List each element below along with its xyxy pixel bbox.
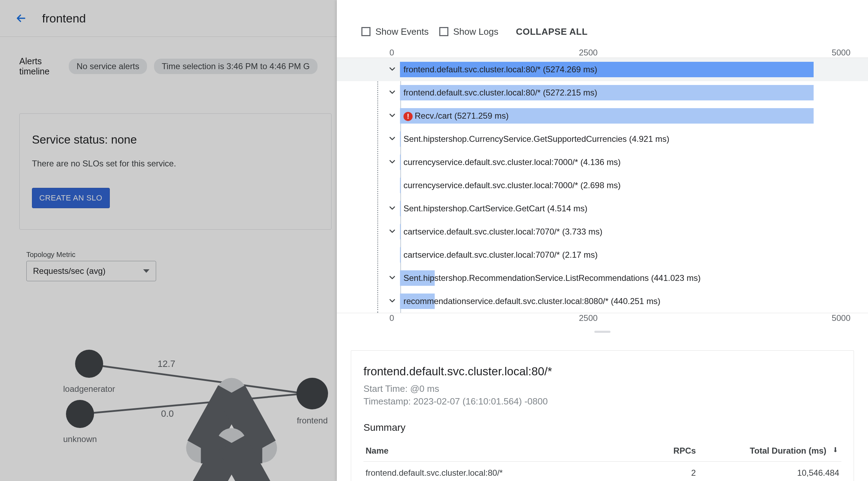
topology-edge-label: 12.7	[156, 358, 177, 369]
chevron-down-icon[interactable]	[388, 273, 397, 283]
trace-drawer: Show Events Show Logs COLLAPSE ALL 0 250…	[337, 0, 868, 481]
service-node-icon	[75, 350, 103, 378]
collapse-all-button[interactable]: COLLAPSE ALL	[516, 26, 587, 37]
chevron-down-icon[interactable]	[388, 227, 397, 237]
topology-node-label: unknown	[63, 434, 97, 444]
drag-handle[interactable]	[337, 327, 868, 336]
table-row[interactable]: frontend.default.svc.cluster.local:80/*2…	[363, 461, 841, 481]
service-status-body: There are no SLOs set for this service.	[32, 159, 319, 169]
col-duration-label: Total Duration (ms)	[750, 446, 826, 455]
svg-point-3	[186, 433, 216, 463]
trace-span-row[interactable]: cartservice.default.svc.cluster.local:70…	[337, 220, 868, 243]
chevron-down-icon	[143, 269, 149, 273]
checkbox-icon	[439, 27, 448, 36]
svg-point-2	[217, 378, 246, 408]
col-duration[interactable]: Total Duration (ms)	[698, 440, 841, 462]
axis-tick: 5000	[768, 48, 850, 58]
chevron-down-icon[interactable]	[388, 204, 397, 214]
span-label: cartservice.default.svc.cluster.local:70…	[403, 227, 602, 237]
cell-duration: 10,546.484	[698, 461, 841, 481]
span-label: Sent.hipstershop.CartService.GetCart (4.…	[403, 204, 587, 213]
span-bar	[400, 224, 401, 239]
axis-tick: 0	[389, 313, 579, 323]
axis-tick: 0	[389, 48, 579, 58]
error-badge-icon: !	[403, 112, 413, 121]
trace-span-row[interactable]: frontend.default.svc.cluster.local:80/* …	[337, 58, 868, 81]
service-node-icon	[296, 378, 328, 409]
trace-span-row[interactable]: recommendationservice.default.svc.cluste…	[337, 290, 868, 313]
trace-span-row[interactable]: !Recv./cart (5271.259 ms)	[337, 104, 868, 127]
svg-line-11	[201, 443, 232, 481]
svg-line-0	[93, 365, 305, 394]
topology-node-label: frontend	[297, 416, 328, 426]
span-label: Sent.hipstershop.CurrencyService.GetSupp…	[403, 134, 669, 144]
trace-span-list: frontend.default.svc.cluster.local:80/* …	[337, 58, 868, 313]
start-time-value: @0 ms	[410, 383, 439, 394]
topology-node-label: loadgenerator	[63, 384, 115, 394]
chevron-down-icon[interactable]	[388, 134, 397, 144]
trace-span-row[interactable]: Sent.hipstershop.CartService.GetCart (4.…	[337, 197, 868, 220]
axis-tick: 2500	[579, 48, 768, 58]
topology-node-loadgenerator[interactable]: loadgenerator	[63, 350, 115, 394]
topology-node-unknown[interactable]: unknown	[63, 400, 97, 444]
span-label: currencyservice.default.svc.cluster.loca…	[403, 180, 621, 190]
topology-metric-select[interactable]: Requests/sec (avg)	[26, 261, 156, 281]
span-details-title: frontend.default.svc.cluster.local:80/*	[363, 365, 841, 378]
show-logs-checkbox[interactable]: Show Logs	[439, 26, 499, 37]
span-label: cartservice.default.svc.cluster.local:70…	[403, 250, 598, 260]
svg-line-6	[232, 393, 262, 448]
trace-span-row[interactable]: currencyservice.default.svc.cluster.loca…	[337, 174, 868, 197]
trace-span-row[interactable]: cartservice.default.svc.cluster.local:70…	[337, 243, 868, 266]
chevron-down-icon[interactable]	[388, 88, 397, 98]
topology-node-frontend[interactable]: frontend	[296, 378, 328, 426]
col-rpcs[interactable]: RPCs	[631, 440, 698, 462]
start-time-label: Start Time:	[363, 383, 410, 394]
show-logs-label: Show Logs	[453, 26, 499, 37]
span-label: Sent.hipstershop.RecommendationService.L…	[403, 273, 701, 283]
topbar: frontend	[0, 0, 337, 37]
no-service-alerts-chip[interactable]: No service alerts	[69, 59, 147, 74]
service-status-title: Service status: none	[32, 133, 319, 146]
trace-span-row[interactable]: frontend.default.svc.cluster.local:80/* …	[337, 81, 868, 104]
service-overview-page: frontend Alerts timeline No service aler…	[0, 0, 337, 481]
svg-point-8	[217, 428, 246, 458]
chevron-down-icon[interactable]	[388, 157, 397, 167]
sort-desc-icon	[832, 446, 839, 456]
time-selection-chip[interactable]: Time selection is 3:46 PM to 4:46 PM G	[154, 59, 318, 74]
alerts-timeline-row: Alerts timeline No service alerts Time s…	[0, 37, 337, 80]
create-slo-button[interactable]: CREATE AN SLO	[32, 188, 110, 208]
span-label: frontend.default.svc.cluster.local:80/* …	[403, 88, 597, 98]
axis-tick: 2500	[579, 313, 768, 323]
svg-line-5	[201, 393, 232, 448]
summary-table: Name RPCs Total Duration (ms) frontend.d…	[363, 440, 841, 481]
svg-line-1	[93, 394, 305, 413]
span-label: !Recv./cart (5271.259 ms)	[403, 111, 509, 121]
show-events-label: Show Events	[375, 26, 429, 37]
span-bar	[400, 154, 401, 170]
service-status-card: Service status: none There are no SLOs s…	[19, 113, 332, 230]
span-label: currencyservice.default.svc.cluster.loca…	[403, 157, 621, 167]
col-name[interactable]: Name	[363, 440, 631, 462]
topology-edge-label: 0.0	[160, 408, 175, 419]
back-arrow-icon[interactable]	[14, 11, 28, 25]
trace-span-row[interactable]: Sent.hipstershop.RecommendationService.L…	[337, 266, 868, 290]
trace-span-row[interactable]: Sent.hipstershop.CurrencyService.GetSupp…	[337, 127, 868, 151]
topology-metric-value: Requests/sec (avg)	[33, 266, 106, 276]
timestamp-label: Timestamp:	[363, 396, 413, 407]
cell-name: frontend.default.svc.cluster.local:80/*	[363, 461, 631, 481]
chevron-down-icon[interactable]	[388, 65, 397, 75]
chevron-down-icon[interactable]	[388, 296, 397, 307]
chevron-down-icon[interactable]	[388, 111, 397, 121]
topology-metric: Topology Metric Requests/sec (avg)	[26, 251, 337, 281]
trace-axis-bottom: 0 2500 5000	[337, 313, 868, 323]
trace-controls: Show Events Show Logs COLLAPSE ALL	[337, 16, 868, 48]
span-details-meta: Start Time: @0 ms Timestamp: 2023-02-07 …	[363, 382, 841, 408]
trace-span-row[interactable]: currencyservice.default.svc.cluster.loca…	[337, 151, 868, 174]
span-bar	[400, 178, 401, 193]
alerts-timeline-label: Alerts timeline	[19, 56, 62, 77]
show-events-checkbox[interactable]: Show Events	[361, 26, 429, 37]
span-bar	[400, 247, 401, 263]
page-title: frontend	[42, 12, 86, 25]
topology-graph: loadgenerator unknown frontend 12.7 0.0	[0, 348, 337, 481]
span-bar	[400, 201, 401, 216]
